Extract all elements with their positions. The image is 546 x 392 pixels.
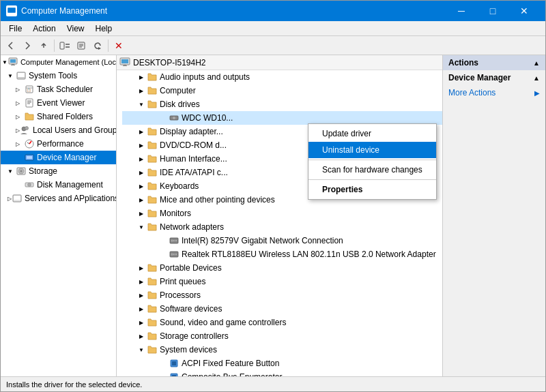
dvd-label: DVD/CD-ROM d...: [160, 140, 227, 150]
expand-network[interactable]: ▼: [136, 224, 147, 230]
svg-rect-36: [14, 196, 20, 200]
processors-folder-icon: [147, 290, 158, 301]
main-content: ▼ Computer Management (Local ▼ System To…: [1, 55, 545, 376]
expand-processors[interactable]: ▶: [136, 292, 147, 299]
expand-ide[interactable]: ▶: [136, 170, 147, 176]
node-computer[interactable]: ▶ Computer: [122, 84, 442, 97]
show-hide-button[interactable]: [57, 38, 72, 53]
storage-icon: [16, 166, 27, 177]
tree-performance[interactable]: ▷ Performance: [1, 137, 116, 151]
keyboards-label: Keyboards: [160, 181, 199, 191]
expand-print[interactable]: ▶: [136, 279, 147, 285]
system-tools-icon: [16, 70, 27, 81]
node-sound[interactable]: ▶ Sound, video and game controllers: [122, 316, 442, 329]
center-tree: ▶ Audio inputs and outputs ▶ Computer ▼ …: [117, 70, 442, 376]
title-bar-controls: ─ □ ✕: [446, 1, 540, 21]
expand-shared[interactable]: ▷: [16, 114, 24, 120]
tree-disk-mgmt[interactable]: Disk Management: [1, 178, 116, 192]
expand-keyboards[interactable]: ▶: [136, 183, 147, 190]
left-tree-root-label: Computer Management (Local: [20, 58, 117, 66]
actions-collapse-icon[interactable]: ▲: [533, 59, 540, 67]
menu-help[interactable]: Help: [90, 22, 118, 35]
context-update-driver[interactable]: Update driver: [308, 125, 436, 142]
expand-icon-system-tools[interactable]: ▼: [8, 73, 16, 79]
tree-storage[interactable]: ▼ Storage: [1, 164, 116, 178]
svg-rect-29: [27, 156, 32, 159]
svg-rect-14: [11, 65, 15, 65]
back-button[interactable]: [3, 38, 18, 53]
node-system-dev[interactable]: ▼ System devices: [122, 343, 442, 357]
expand-perf[interactable]: ▷: [16, 141, 24, 147]
expand-system-dev[interactable]: ▼: [136, 347, 147, 353]
ide-label: IDE ATA/ATAPI c...: [160, 168, 228, 177]
node-storage-ctrl[interactable]: ▶ Storage controllers: [122, 329, 442, 343]
node-acpi[interactable]: ACPI Fixed Feature Button: [122, 357, 442, 370]
expand-display[interactable]: ▶: [136, 129, 147, 135]
node-print[interactable]: ▶ Print queues: [122, 275, 442, 288]
tree-event-viewer[interactable]: ▷ Event Viewer: [1, 96, 116, 110]
tree-task-scheduler[interactable]: ▷ 📋 Task Scheduler: [1, 82, 116, 96]
tree-system-tools[interactable]: ▼ System Tools: [1, 69, 116, 82]
delete-button[interactable]: ✕: [111, 38, 126, 53]
forward-button[interactable]: [20, 38, 35, 53]
maximize-button[interactable]: □: [477, 1, 508, 21]
tree-device-manager[interactable]: Device Manager: [1, 151, 116, 164]
node-processors[interactable]: ▶ Processors: [122, 288, 442, 302]
context-scan-hardware[interactable]: Scan for hardware changes: [308, 162, 436, 178]
expand-software-dev[interactable]: ▶: [136, 306, 147, 312]
menu-action[interactable]: Action: [27, 22, 61, 35]
wdc-label: WDC WD10...: [182, 113, 233, 123]
refresh-button[interactable]: [90, 38, 105, 53]
expand-audio[interactable]: ▶: [136, 74, 147, 80]
node-intel-net[interactable]: Intel(R) 82579V Gigabit Network Connecti…: [122, 234, 442, 247]
menu-view[interactable]: View: [61, 22, 90, 35]
tree-computer-mgmt[interactable]: ▼ Computer Management (Local: [1, 55, 116, 69]
more-actions-item[interactable]: More Actions ▶: [443, 85, 545, 100]
node-composite[interactable]: Composite Bus Enumerator: [122, 370, 442, 376]
system-dev-label: System devices: [160, 345, 217, 355]
menu-file[interactable]: File: [3, 22, 27, 35]
realtek-net-icon: [169, 249, 179, 260]
task-scheduler-icon: 📋: [24, 84, 35, 95]
human-label: Human Interface...: [160, 154, 227, 164]
tree-local-users[interactable]: ▷ Local Users and Groups: [1, 123, 116, 137]
properties-button[interactable]: [74, 38, 89, 53]
node-audio[interactable]: ▶ Audio inputs and outputs: [122, 70, 442, 84]
expand-icon-root[interactable]: ▼: [2, 59, 8, 65]
expand-storage-ctrl[interactable]: ▶: [136, 333, 147, 340]
node-portable[interactable]: ▶ Portable Devices: [122, 261, 442, 275]
title-bar-left: Computer Management: [6, 5, 107, 16]
expand-computer[interactable]: ▶: [136, 88, 147, 94]
tree-services-apps[interactable]: ▷ Services and APplications: [1, 192, 116, 205]
wdc-disk-icon: [169, 112, 179, 123]
expand-disk-drives[interactable]: ▼: [136, 102, 147, 108]
expand-task[interactable]: ▷: [16, 87, 24, 93]
expand-human[interactable]: ▶: [136, 156, 147, 162]
left-services-label: Services and APplications: [25, 194, 117, 203]
context-properties[interactable]: Properties: [308, 181, 436, 198]
node-disk-drives[interactable]: ▼ Disk drives: [122, 97, 442, 111]
tree-shared-folders[interactable]: ▷ Shared Folders: [1, 110, 116, 123]
up-button[interactable]: [36, 38, 51, 53]
context-uninstall-device[interactable]: Uninstall device: [308, 142, 436, 158]
expand-event[interactable]: ▷: [16, 100, 24, 106]
expand-sound[interactable]: ▶: [136, 320, 147, 326]
expand-portable[interactable]: ▶: [136, 265, 147, 271]
actions-section-expand-icon[interactable]: ▲: [533, 74, 540, 82]
node-wdc[interactable]: WDC WD10...: [122, 111, 442, 125]
node-monitors[interactable]: ▶ Monitors: [122, 207, 442, 220]
expand-mice[interactable]: ▶: [136, 197, 147, 203]
close-button[interactable]: ✕: [508, 1, 540, 21]
node-realtek-net[interactable]: Realtek RTL8188EU Wireless LAN 802.11n U…: [122, 247, 442, 261]
left-storage-label: Storage: [29, 166, 57, 176]
actions-header: Actions ▲: [443, 55, 545, 70]
expand-storage[interactable]: ▼: [8, 168, 16, 175]
expand-dvd[interactable]: ▶: [136, 142, 147, 149]
audio-label: Audio inputs and outputs: [160, 72, 250, 82]
node-network[interactable]: ▼ Network adapters: [122, 220, 442, 234]
node-software-dev[interactable]: ▶ Software devices: [122, 302, 442, 316]
local-users-icon: [20, 125, 31, 136]
minimize-button[interactable]: ─: [446, 1, 477, 21]
actions-device-manager-label: Device Manager: [448, 73, 511, 82]
expand-monitors[interactable]: ▶: [136, 211, 147, 217]
